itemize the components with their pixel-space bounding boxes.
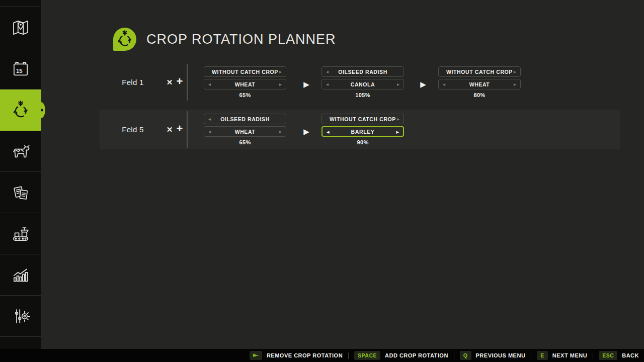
sidebar-item-calendar[interactable]: 15	[0, 48, 41, 89]
catch-crop-selector[interactable]: ◂ WITHOUT CATCH CROP ▸	[321, 114, 404, 124]
crop-value: WHEAT	[235, 129, 256, 135]
crop-value: BARLEY	[351, 129, 375, 135]
catch-crop-selector[interactable]: ◂ OILSEED RADISH ▸	[321, 66, 404, 77]
field-name-label: Feld 5	[100, 110, 166, 149]
prev-arrow-icon[interactable]: ◂	[208, 117, 211, 122]
page-header: CROP ROTATION PLANNER	[113, 28, 336, 51]
step-arrow-icon: ▶	[302, 79, 310, 89]
catch-crop-value: OILSEED RADISH	[220, 116, 270, 122]
field-row-feld-1: Feld 1 ✕ + ◂ WITHOUT CATCH CROP ▸ ◂ WHEA…	[100, 62, 620, 102]
catch-crop-selector[interactable]: ◂ WITHOUT CATCH CROP ▸	[204, 66, 286, 77]
next-arrow-icon[interactable]: ▸	[396, 129, 399, 134]
yield-percentage: 65%	[204, 92, 286, 98]
yield-percentage: 90%	[321, 139, 404, 145]
sidebar-item-settings[interactable]	[0, 296, 41, 337]
row-divider	[187, 64, 188, 101]
yield-percentage: 80%	[438, 92, 521, 98]
next-arrow-icon[interactable]: ▸	[514, 69, 516, 74]
sidebar-item-statistics[interactable]	[0, 254, 41, 296]
hint-label: REMOVE CROP ROTATION	[267, 352, 343, 358]
hint-previous-menu[interactable]: Q PREVIOUS MENU	[460, 351, 525, 360]
next-arrow-icon[interactable]: ▸	[397, 117, 399, 122]
prev-arrow-icon[interactable]: ◂	[327, 129, 330, 134]
step-arrow-icon: ▶	[302, 126, 310, 137]
sidebar-item-map[interactable]	[0, 7, 41, 48]
field-row-feld-5: Feld 5 ✕ + ◂ OILSEED RADISH ▸ ◂ WHEAT ▸ …	[100, 110, 620, 149]
crop-selector[interactable]: ◂ WHEAT ▸	[204, 79, 286, 89]
next-arrow-icon[interactable]: ▸	[397, 82, 399, 87]
row-divider	[187, 111, 188, 148]
prev-arrow-icon[interactable]: ◂	[208, 129, 211, 134]
catch-crop-selector[interactable]: ◂ OILSEED RADISH ▸	[204, 114, 286, 124]
yield-percentage: 65%	[204, 139, 286, 145]
next-arrow-icon[interactable]: ▸	[279, 82, 282, 87]
crop-selector[interactable]: ◂ WHEAT ▸	[438, 79, 521, 89]
hint-label: BACK	[622, 352, 639, 358]
next-arrow-icon[interactable]: ▸	[279, 129, 282, 134]
crop-rotation-header-icon	[113, 28, 136, 51]
production-icon	[10, 223, 31, 244]
prev-arrow-icon[interactable]: ◂	[443, 82, 445, 87]
hint-remove-crop-rotation[interactable]: ⇤ REMOVE CROP ROTATION	[250, 351, 343, 360]
sliders-gear-icon	[10, 306, 31, 327]
hint-divider	[593, 352, 593, 359]
catch-crop-value: WITHOUT CATCH CROP	[212, 69, 278, 75]
prev-arrow-icon[interactable]: ◂	[208, 82, 211, 87]
sidebar-top-stub	[0, 0, 41, 7]
active-tab-dot	[41, 109, 43, 111]
sidebar-item-production[interactable]	[0, 213, 41, 254]
crop-value: WHEAT	[235, 81, 256, 87]
crop-selector[interactable]: ◂ CANOLA ▸	[321, 79, 404, 89]
crop-selector-focused[interactable]: ◂ BARLEY ▸	[321, 126, 404, 137]
keyboard-hint-bar: ⇤ REMOVE CROP ROTATION SPACE ADD CROP RO…	[0, 349, 644, 362]
hint-divider	[348, 352, 349, 359]
crop-rotation-icon	[10, 100, 31, 121]
sidebar-item-crop-rotation[interactable]	[0, 89, 41, 131]
next-arrow-icon[interactable]: ▸	[279, 69, 282, 74]
rotation-step: ◂ OILSEED RADISH ▸ ◂ CANOLA ▸ 105%	[321, 66, 404, 98]
map-icon	[10, 17, 31, 38]
e-key: E	[537, 351, 548, 360]
prev-arrow-icon[interactable]: ◂	[326, 69, 329, 74]
hint-next-menu[interactable]: E NEXT MENU	[537, 351, 587, 360]
bar-chart-icon	[10, 264, 31, 286]
hint-divider	[531, 352, 531, 359]
add-step-button[interactable]: +	[174, 110, 186, 149]
next-arrow-icon[interactable]: ▸	[514, 82, 516, 87]
cow-icon	[10, 141, 31, 162]
sidebar-item-prices[interactable]	[0, 172, 41, 213]
calendar-day-badge: 15	[16, 67, 23, 73]
yield-percentage: 105%	[321, 92, 404, 98]
crop-value: CANOLA	[351, 81, 375, 87]
page-title: CROP ROTATION PLANNER	[146, 32, 336, 47]
catch-crop-selector[interactable]: ◂ WITHOUT CATCH CROP ▸	[438, 66, 521, 77]
rotation-step: ◂ WITHOUT CATCH CROP ▸ ◂ WHEAT ▸ 80%	[438, 66, 521, 98]
prev-arrow-icon[interactable]: ◂	[326, 82, 329, 87]
field-name-label: Feld 1	[100, 62, 166, 102]
add-step-button[interactable]: +	[174, 62, 186, 102]
sidebar: 15	[0, 0, 41, 349]
documents-icon	[10, 182, 31, 203]
hint-label: ADD CROP ROTATION	[385, 352, 448, 358]
rotation-step: ◂ OILSEED RADISH ▸ ◂ WHEAT ▸ 65%	[204, 114, 286, 145]
delete-key-icon: ⇤	[250, 351, 262, 360]
step-arrow-icon: ▶	[419, 79, 427, 89]
hint-label: PREVIOUS MENU	[476, 352, 526, 358]
calendar-icon: 15	[10, 58, 31, 79]
q-key: Q	[460, 351, 471, 360]
hint-label: NEXT MENU	[552, 352, 587, 358]
catch-crop-value: WITHOUT CATCH CROP	[446, 69, 513, 75]
hint-add-crop-rotation[interactable]: SPACE ADD CROP ROTATION	[354, 351, 448, 360]
rotation-step: ◂ WITHOUT CATCH CROP ▸ ◂ BARLEY ▸ 90%	[321, 114, 404, 145]
crop-value: WHEAT	[469, 81, 490, 87]
sidebar-item-animals[interactable]	[0, 131, 41, 172]
catch-crop-value: WITHOUT CATCH CROP	[330, 116, 396, 122]
space-key: SPACE	[354, 351, 380, 360]
esc-key: ESC	[599, 351, 617, 360]
crop-selector[interactable]: ◂ WHEAT ▸	[204, 126, 286, 137]
hint-divider	[454, 352, 454, 359]
hint-back[interactable]: ESC BACK	[599, 351, 639, 360]
catch-crop-value: OILSEED RADISH	[338, 69, 387, 75]
rotation-step: ◂ WITHOUT CATCH CROP ▸ ◂ WHEAT ▸ 65%	[204, 66, 286, 98]
